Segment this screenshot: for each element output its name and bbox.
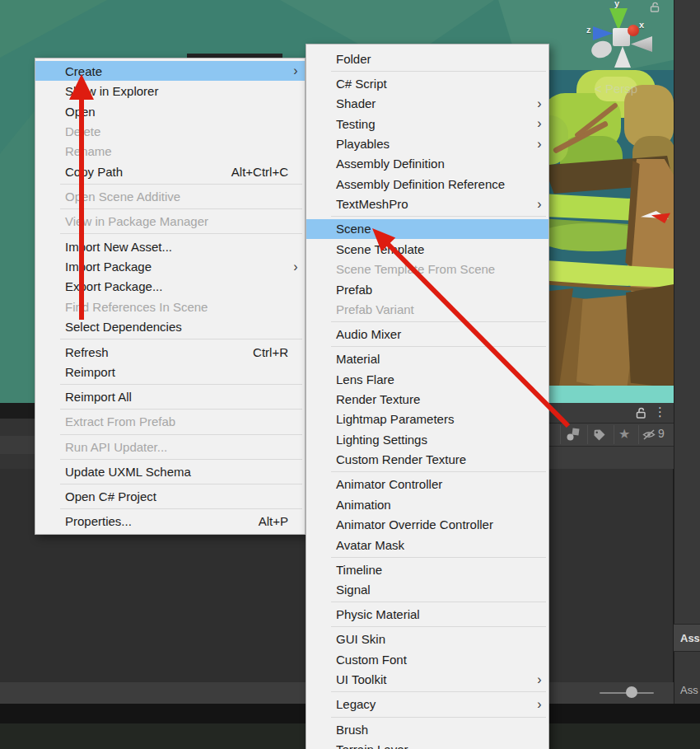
tag-icon[interactable]: [593, 428, 606, 442]
project-row: [0, 454, 35, 469]
submenu-item-brush[interactable]: Brush ›: [306, 719, 548, 739]
menu-separator: [60, 409, 302, 410]
submenu-item-prefab[interactable]: Prefab ›: [306, 279, 548, 299]
gizmo-x-sphere[interactable]: [628, 25, 639, 36]
menu-separator: [331, 471, 546, 472]
submenu-item-render-texture[interactable]: Render Texture ›: [306, 389, 548, 409]
scene-visibility-eye-icon[interactable]: [642, 428, 657, 441]
menu-item-reimport[interactable]: Reimport ›: [35, 362, 305, 382]
submenu-chevron-icon: ›: [288, 63, 303, 78]
persp-label[interactable]: < Persp: [595, 82, 637, 96]
gizmo-y-cone[interactable]: [609, 8, 628, 30]
submenu-item-scene[interactable]: Scene ›: [306, 219, 548, 239]
menu-item-run-api-updater[interactable]: Run API Updater... ›: [35, 437, 305, 456]
project-row: [0, 403, 35, 419]
submenu-chevron-icon: ›: [532, 96, 547, 111]
menu-item-extract-from-prefab[interactable]: Extract From Prefab ›: [35, 412, 305, 432]
submenu-item-scene-template[interactable]: Scene Template ›: [306, 239, 548, 259]
submenu-item-animation[interactable]: Animation ›: [306, 494, 548, 514]
submenu-item-shader[interactable]: Shader ›: [306, 94, 548, 114]
submenu-item-legacy[interactable]: Legacy ›: [306, 695, 548, 714]
submenu-item-timeline[interactable]: Timeline ›: [306, 559, 548, 579]
menu-separator: [60, 434, 302, 435]
menu-item-copy-path[interactable]: Copy Path Alt+Ctrl+C ›: [35, 162, 305, 181]
menu-item-reimport-all[interactable]: Reimport All ›: [35, 386, 305, 406]
submenu-chevron-icon: ›: [532, 137, 547, 152]
assetbundle-label: Ass: [680, 684, 698, 696]
menu-item-export-package[interactable]: Export Package... ›: [35, 277, 305, 297]
asset-labels-header[interactable]: Ass: [674, 624, 700, 652]
menu-item-create[interactable]: Create ›: [35, 61, 305, 81]
menu-item-import-new-asset[interactable]: Import New Asset... ›: [35, 236, 305, 256]
menu-item-delete[interactable]: Delete ›: [35, 121, 305, 141]
submenu-item-lighting-settings[interactable]: Lighting Settings ›: [306, 429, 548, 449]
unity-editor-root: y z x < Persp ⋮: [0, 0, 700, 749]
submenu-item-scene-template-from-scene[interactable]: Scene Template From Scene ›: [306, 259, 548, 279]
menu-item-properties[interactable]: Properties... Alt+P ›: [35, 512, 305, 531]
submenu-item-testing[interactable]: Testing ›: [306, 114, 548, 133]
asset-context-menu: Create › Show in Explorer › Open › Delet…: [35, 58, 306, 535]
submenu-item-ui-toolkit[interactable]: UI Toolkit ›: [306, 670, 548, 690]
menu-item-import-package[interactable]: Import Package ›: [35, 256, 305, 276]
submenu-chevron-icon: ›: [532, 672, 547, 687]
submenu-item-custom-font[interactable]: Custom Font ›: [306, 649, 548, 669]
submenu-item-textmeshpro[interactable]: TextMeshPro ›: [306, 194, 548, 214]
create-submenu: Folder › C# Script › Shader › Testing › …: [306, 44, 549, 749]
gizmo-z-cone[interactable]: [593, 26, 613, 40]
menu-item-view-in-package-manager[interactable]: View in Package Manager ›: [35, 212, 305, 232]
gizmo-right-cone[interactable]: [631, 36, 652, 52]
submenu-item-gui-skin[interactable]: GUI Skin ›: [306, 630, 548, 649]
menu-item-update-uxml-schema[interactable]: Update UXML Schema ›: [35, 461, 305, 481]
menu-separator: [331, 557, 546, 558]
submenu-item-lens-flare[interactable]: Lens Flare ›: [306, 369, 548, 389]
submenu-item-lightmap-parameters[interactable]: Lightmap Parameters ›: [306, 410, 548, 429]
submenu-item-animator-controller[interactable]: Animator Controller ›: [306, 475, 548, 494]
favorites-star-icon[interactable]: ★: [618, 426, 630, 442]
submenu-chevron-icon: ›: [532, 116, 547, 131]
project-row: [0, 419, 35, 436]
submenu-item-avatar-mask[interactable]: Avatar Mask ›: [306, 535, 548, 555]
submenu-item-animator-override-controller[interactable]: Animator Override Controller ›: [306, 515, 548, 535]
gizmo-y-label: y: [614, 0, 619, 8]
menu-separator: [331, 71, 546, 72]
submenu-item-material[interactable]: Material ›: [306, 349, 548, 369]
menu-item-open-c-project[interactable]: Open C# Project ›: [35, 486, 305, 506]
submenu-item-prefab-variant[interactable]: Prefab Variant ›: [306, 299, 548, 319]
menu-separator: [60, 208, 302, 209]
submenu-item-custom-render-texture[interactable]: Custom Render Texture ›: [306, 450, 548, 470]
island-dirt-facet: [626, 284, 674, 388]
menu-item-open-scene-additive[interactable]: Open Scene Additive ›: [35, 186, 305, 206]
submenu-item-assembly-definition-reference[interactable]: Assembly Definition Reference ›: [306, 174, 548, 194]
scene-lock-icon[interactable]: [650, 2, 660, 12]
menu-item-rename[interactable]: Rename ›: [35, 142, 305, 162]
menu-separator: [331, 626, 546, 627]
submenu-item-signal[interactable]: Signal ›: [306, 579, 548, 599]
kebab-menu-icon[interactable]: ⋮: [654, 405, 666, 419]
menu-item-select-dependencies[interactable]: Select Dependencies ›: [35, 317, 305, 337]
gizmo-down-cone[interactable]: [614, 46, 631, 68]
zoom-slider-thumb[interactable]: [626, 686, 637, 698]
submenu-item-physic-material[interactable]: Physic Material ›: [306, 605, 548, 625]
hidden-object-count: 9: [658, 427, 665, 440]
menu-item-show-in-explorer[interactable]: Show in Explorer ›: [35, 81, 305, 101]
menu-separator: [331, 216, 546, 217]
menu-separator: [60, 384, 302, 385]
submenu-item-terrain-layer[interactable]: Terrain Layer ›: [306, 739, 548, 749]
menu-separator: [60, 184, 302, 185]
submenu-item-c-script[interactable]: C# Script ›: [306, 73, 548, 93]
gizmo-x-label: x: [639, 20, 644, 30]
menu-separator: [331, 346, 546, 347]
menu-separator: [60, 459, 302, 460]
submenu-item-audio-mixer[interactable]: Audio Mixer ›: [306, 324, 548, 344]
project-row: [0, 436, 35, 454]
menu-item-find-references-in-scene[interactable]: Find References In Scene ›: [35, 297, 305, 316]
gameobject-shapes-icon[interactable]: [566, 428, 581, 442]
gizmo-back-disc[interactable]: [590, 39, 614, 61]
menu-separator: [331, 717, 546, 718]
menu-item-refresh[interactable]: Refresh Ctrl+R ›: [35, 342, 305, 362]
menu-item-open[interactable]: Open ›: [35, 101, 305, 121]
lock-icon[interactable]: [636, 407, 646, 419]
submenu-item-assembly-definition[interactable]: Assembly Definition ›: [306, 154, 548, 174]
submenu-item-folder[interactable]: Folder ›: [306, 49, 548, 68]
submenu-item-playables[interactable]: Playables ›: [306, 133, 548, 153]
